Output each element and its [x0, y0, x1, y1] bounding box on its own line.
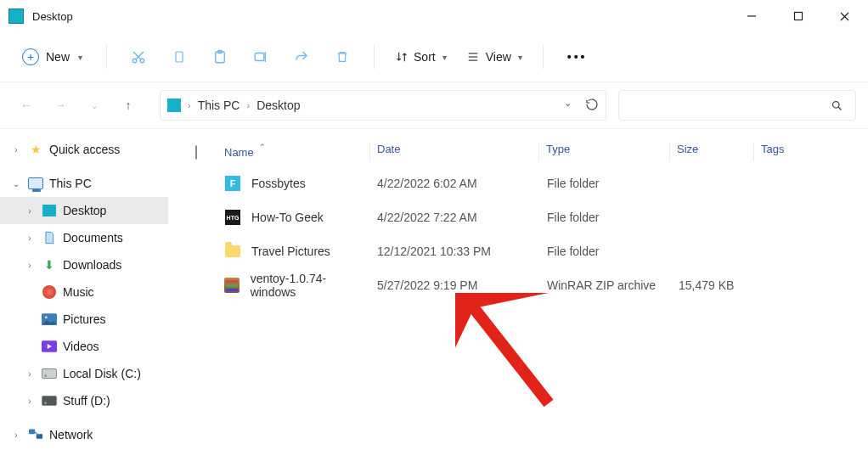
column-name[interactable]: Name⌃ [217, 146, 370, 159]
chevron-right-icon: › [246, 100, 250, 110]
disk-icon [41, 392, 58, 409]
sort-asc-icon: ⌃ [259, 143, 266, 151]
nav-local-disk[interactable]: › Local Disk (C:) [0, 360, 168, 387]
chevron-down-icon: ▾ [518, 53, 522, 62]
back-button[interactable]: ← [15, 94, 37, 116]
forward-button[interactable]: → [49, 94, 71, 116]
column-tags[interactable]: Tags [753, 143, 838, 161]
svg-rect-1 [794, 13, 802, 20]
chevron-right-icon: › [24, 206, 36, 216]
share-button[interactable] [285, 42, 318, 72]
nav-label: Music [63, 285, 94, 299]
folder-icon [224, 243, 241, 260]
file-type: File folder [540, 245, 672, 258]
breadcrumb-this-pc[interactable]: This PC [198, 98, 240, 112]
rename-button[interactable] [245, 42, 277, 72]
red-arrow-annotation [455, 293, 574, 420]
copy-button[interactable] [163, 42, 195, 72]
file-name: Fossbytes [251, 177, 306, 190]
more-button[interactable]: ••• [559, 50, 596, 64]
nav-quick-access[interactable]: › ★ Quick access [0, 136, 168, 163]
search-box[interactable] [618, 90, 856, 121]
file-date: 4/22/2022 6:02 AM [370, 177, 540, 190]
recent-dropdown[interactable]: ⌄ [83, 94, 105, 116]
chevron-right-icon: › [188, 100, 191, 110]
nav-stuff-disk[interactable]: › Stuff (D:) [0, 387, 168, 414]
file-type: File folder [540, 211, 672, 224]
file-size: 15,479 KB [672, 278, 757, 292]
minimize-button[interactable] [728, 0, 775, 32]
close-button[interactable] [821, 0, 868, 32]
view-label: View [486, 50, 511, 64]
file-row[interactable]: FFossbytes 4/22/2022 6:02 AM File folder [189, 166, 868, 200]
toolbar: + New ▾ Sort ▾ View ▾ ••• [0, 32, 868, 82]
chevron-down-icon: ▾ [442, 53, 447, 62]
svg-line-24 [474, 308, 549, 403]
chevron-right-icon: › [10, 145, 22, 155]
chevron-right-icon: › [10, 430, 22, 440]
nav-label: Stuff (D:) [63, 394, 110, 408]
chevron-right-icon: › [24, 396, 36, 406]
column-headers: Name⌃ Date Type Size Tags [189, 138, 868, 166]
file-name: Travel Pictures [251, 245, 330, 258]
view-button[interactable]: View ▾ [460, 47, 527, 67]
file-list: Name⌃ Date Type Size Tags FFossbytes 4/2… [168, 129, 868, 461]
nav-label: Desktop [63, 204, 106, 217]
chevron-down-icon: ▾ [78, 53, 82, 62]
nav-music[interactable]: Music [0, 278, 168, 306]
archive-icon [224, 277, 240, 294]
delete-button[interactable] [326, 42, 358, 72]
up-button[interactable]: ↑ [117, 94, 139, 116]
maximize-button[interactable] [775, 0, 821, 32]
column-size[interactable]: Size [669, 143, 754, 161]
breadcrumb-desktop[interactable]: Desktop [256, 98, 300, 112]
nav-pictures[interactable]: Pictures [0, 306, 168, 333]
paste-button[interactable] [204, 42, 236, 72]
sort-button[interactable]: Sort ▾ [390, 47, 452, 67]
disk-icon [41, 365, 58, 382]
search-icon [831, 99, 843, 112]
window-title: Desktop [32, 10, 728, 23]
svg-point-19 [45, 316, 48, 318]
select-all-checkbox[interactable] [189, 146, 217, 159]
column-date[interactable]: Date [369, 143, 539, 161]
divider [374, 45, 375, 69]
refresh-button[interactable] [585, 98, 599, 114]
nav-label: Network [49, 428, 93, 441]
svg-rect-8 [176, 52, 183, 62]
desktop-icon [41, 202, 58, 219]
nav-this-pc[interactable]: ⌄ This PC [0, 170, 168, 197]
sort-label: Sort [414, 50, 436, 64]
app-icon: F [224, 175, 241, 192]
file-row[interactable]: Travel Pictures 12/12/2021 10:33 PM File… [189, 234, 868, 268]
nav-documents[interactable]: › Documents [0, 224, 168, 251]
network-icon [27, 426, 44, 443]
view-icon [465, 51, 481, 63]
videos-icon [41, 338, 58, 355]
address-row: ← → ⌄ ↑ › This PC › Desktop ⌄ [0, 82, 868, 129]
nav-network[interactable]: › Network [0, 421, 168, 448]
nav-videos[interactable]: Videos [0, 333, 168, 360]
pictures-icon [41, 311, 58, 328]
nav-desktop[interactable]: › Desktop [0, 197, 168, 224]
monitor-icon [27, 175, 44, 192]
column-type[interactable]: Type [538, 143, 670, 161]
navigation-pane: › ★ Quick access ⌄ This PC › Desktop › D… [0, 129, 168, 461]
file-row[interactable]: HTGHow-To Geek 4/22/2022 7:22 AM File fo… [189, 200, 868, 234]
file-type: File folder [540, 177, 672, 190]
new-label: New [46, 50, 70, 64]
cut-button[interactable] [122, 42, 155, 72]
nav-label: This PC [49, 177, 92, 190]
svg-rect-21 [29, 430, 35, 435]
nav-downloads[interactable]: › ⬇ Downloads [0, 251, 168, 278]
chevron-right-icon: › [24, 261, 36, 270]
address-bar[interactable]: › This PC › Desktop ⌄ [160, 90, 606, 121]
file-row[interactable]: ventoy-1.0.74-windows 5/27/2022 9:19 PM … [189, 268, 868, 302]
app-icon: HTG [224, 209, 241, 226]
file-date: 12/12/2021 10:33 PM [370, 245, 540, 258]
address-dropdown[interactable]: ⌄ [564, 98, 572, 114]
file-date: 5/27/2022 9:19 PM [370, 278, 540, 292]
documents-icon [41, 229, 58, 246]
new-button[interactable]: + New ▾ [14, 43, 91, 70]
chevron-right-icon: › [24, 369, 36, 379]
